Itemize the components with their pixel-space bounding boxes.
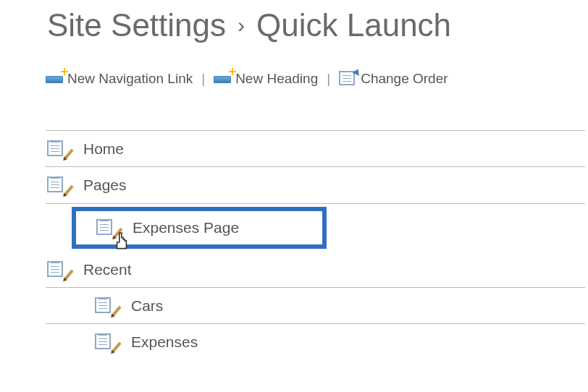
nav-item-expenses-page-wrap: Expenses Page xyxy=(46,203,585,252)
nav-item-label: Pages xyxy=(83,176,127,194)
edit-icon[interactable] xyxy=(95,297,115,315)
nav-item-label: Cars xyxy=(131,297,163,315)
change-order-label: Change Order xyxy=(361,71,448,87)
breadcrumb-parent[interactable]: Site Settings xyxy=(47,7,226,43)
nav-item-expenses[interactable]: Expenses xyxy=(46,324,585,360)
nav-tree: Home Pages Expenses Page Recent xyxy=(46,130,585,360)
nav-item-label: Recent xyxy=(83,261,132,278)
breadcrumb-separator-icon: › xyxy=(238,13,245,38)
toolbar-separator: | xyxy=(327,71,330,87)
edit-icon[interactable] xyxy=(47,261,67,278)
breadcrumb-current: Quick Launch xyxy=(256,7,451,43)
nav-item-recent[interactable]: Recent xyxy=(46,252,585,288)
new-navigation-link-label: New Navigation Link xyxy=(67,71,193,87)
edit-icon[interactable] xyxy=(47,176,67,194)
edit-icon[interactable] xyxy=(96,219,117,237)
toolbar: New Navigation Link | New Heading | Chan… xyxy=(46,71,588,87)
nav-item-label: Home xyxy=(83,140,124,158)
toolbar-separator: | xyxy=(201,71,205,87)
heading-new-icon xyxy=(214,72,232,85)
nav-item-expenses-page[interactable]: Expenses Page xyxy=(72,204,585,252)
nav-item-label: Expenses Page xyxy=(133,219,239,237)
change-order-icon xyxy=(339,71,358,87)
link-new-icon xyxy=(46,72,64,85)
change-order-button[interactable]: Change Order xyxy=(339,71,448,87)
new-navigation-link-button[interactable]: New Navigation Link xyxy=(46,71,193,87)
edit-icon[interactable] xyxy=(47,140,67,158)
breadcrumb: Site Settings › Quick Launch xyxy=(47,7,588,43)
new-heading-button[interactable]: New Heading xyxy=(214,71,318,87)
edit-icon[interactable] xyxy=(95,333,115,351)
nav-item-home[interactable]: Home xyxy=(46,131,585,167)
nav-item-cars[interactable]: Cars xyxy=(46,288,585,324)
new-heading-label: New Heading xyxy=(235,71,318,87)
nav-item-label: Expenses xyxy=(131,333,198,351)
nav-item-pages[interactable]: Pages xyxy=(46,167,585,203)
